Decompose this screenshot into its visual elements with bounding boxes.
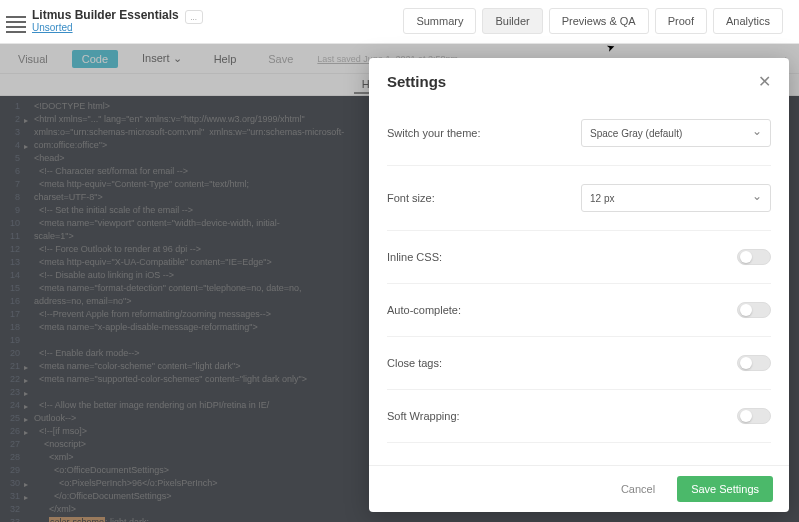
autocomplete-toggle[interactable]	[737, 302, 771, 318]
cancel-button[interactable]: Cancel	[607, 476, 669, 502]
soft-wrap-toggle[interactable]	[737, 408, 771, 424]
title-group: Litmus Builder Essentials Unsorted	[32, 8, 179, 33]
font-label: Font size:	[387, 192, 537, 204]
save-settings-button[interactable]: Save Settings	[677, 476, 773, 502]
row-soft-wrap: Soft Wrapping:	[387, 390, 771, 443]
inline-css-toggle[interactable]	[737, 249, 771, 265]
autocomplete-label: Auto-complete:	[387, 304, 537, 316]
folder-link[interactable]: Unsorted	[32, 22, 179, 33]
theme-select[interactable]: Space Gray (default)	[581, 119, 771, 147]
close-tags-label: Close tags:	[387, 357, 537, 369]
close-icon[interactable]: ✕	[758, 72, 771, 91]
tab-analytics[interactable]: Analytics	[713, 8, 783, 34]
modal-header: Settings ✕	[369, 58, 789, 101]
doc-title: Litmus Builder Essentials	[32, 8, 179, 22]
modal-footer: Cancel Save Settings	[369, 465, 789, 512]
theme-label: Switch your theme:	[387, 127, 537, 139]
settings-modal: Settings ✕ Switch your theme: Space Gray…	[369, 58, 789, 512]
inline-css-label: Inline CSS:	[387, 251, 537, 263]
row-theme: Switch your theme: Space Gray (default)	[387, 101, 771, 166]
tab-proof[interactable]: Proof	[655, 8, 707, 34]
more-menu-button[interactable]: ...	[185, 10, 203, 24]
row-close-tags: Close tags:	[387, 337, 771, 390]
modal-body: Switch your theme: Space Gray (default) …	[369, 101, 789, 465]
row-font: Font size: 12 px	[387, 166, 771, 231]
close-tags-toggle[interactable]	[737, 355, 771, 371]
menu-icon[interactable]	[6, 14, 26, 34]
modal-title: Settings	[387, 73, 446, 90]
tab-summary[interactable]: Summary	[403, 8, 476, 34]
row-autocomplete: Auto-complete:	[387, 284, 771, 337]
nav-tabs: Summary Builder Previews & QA Proof Anal…	[403, 8, 783, 34]
tab-previews[interactable]: Previews & QA	[549, 8, 649, 34]
soft-wrap-label: Soft Wrapping:	[387, 410, 537, 422]
tab-builder[interactable]: Builder	[482, 8, 542, 34]
top-bar: Litmus Builder Essentials Unsorted ... S…	[0, 0, 799, 44]
row-inline-css: Inline CSS:	[387, 231, 771, 284]
font-select[interactable]: 12 px	[581, 184, 771, 212]
